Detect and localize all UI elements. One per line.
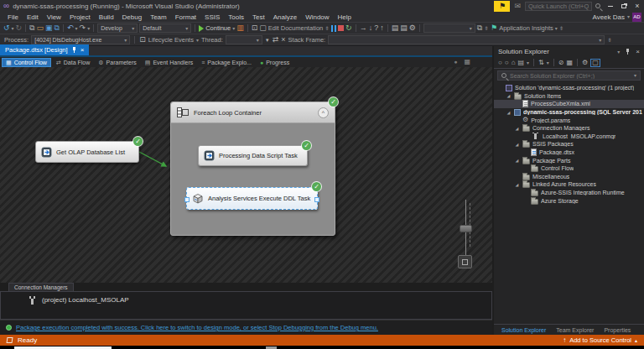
toolbar-overflow-icon-4[interactable] [607,37,612,43]
lifecycle-events-chevron-down-icon[interactable]: ▾ [196,38,199,43]
panel-tab-properties[interactable]: Properties [600,327,635,333]
output-window-icon[interactable] [400,24,408,32]
tree-item-localhost-msolap-conmgr[interactable]: Localhost_MSOLAP.conmgr [494,133,644,141]
design-tab-parameters[interactable]: ⚙Parameters [95,58,139,67]
show-all-files-icon[interactable] [558,60,564,66]
tree-item-control-flow[interactable]: Control Flow [494,164,644,173]
documentation-edit-icon[interactable] [259,24,267,32]
design-tab-data-flow[interactable]: ⇄Data Flow [53,58,93,67]
tree-item-package-parts[interactable]: ◢Package Parts [494,156,644,164]
back-icon[interactable] [498,60,502,66]
user-avatar[interactable]: AD [632,13,641,22]
expand-arrow-icon[interactable]: ◢ [514,142,520,147]
user-name[interactable]: Aveek Das [592,13,625,21]
design-tab-control-flow[interactable]: ▦Control Flow [2,58,51,67]
add-to-source-control[interactable]: Add to Source Control ▴ [563,336,637,344]
menu-item-tools[interactable]: Tools [224,13,248,22]
menu-item-format[interactable]: Format [171,13,200,22]
tree-item-package-dtsx[interactable]: Package.dtsx [494,148,644,157]
application-insights-icon[interactable] [491,24,497,32]
tree-item-azure-storage[interactable]: Azure Storage [494,196,644,205]
close-tab-icon[interactable]: × [80,46,85,54]
tree-item-solution-items[interactable]: ◢Solution Items [494,92,644,101]
design-tab-package-explo[interactable]: ≡Package Explo... [198,58,255,67]
continue-play-icon[interactable] [199,25,204,32]
restore-button[interactable] [617,2,631,11]
expand-arrow-icon[interactable]: ◢ [506,110,512,115]
menu-item-analyze[interactable]: Analyze [269,13,301,22]
toggle-flagged-threads-icon[interactable] [273,36,279,44]
minimize-button[interactable] [604,2,617,11]
switch-views-icon[interactable] [518,60,525,66]
debug-target-dropdown[interactable]: ▾ [423,23,475,33]
continue-chevron-down-icon[interactable]: ▾ [232,26,235,31]
debug-options-icon[interactable] [409,24,416,32]
lifecycle-events-button[interactable]: Lifecycle Events [148,36,194,44]
breakpoints-window-icon[interactable] [392,24,399,32]
menu-item-view[interactable]: View [43,13,65,22]
design-tab-event-handlers[interactable]: ▤Event Handlers [142,58,196,67]
taskbar-window-preview[interactable] [14,346,112,349]
window-layout-icon[interactable] [477,24,482,32]
zoom-options-icon[interactable] [454,59,457,65]
tree-item-processcubexmla-xml[interactable]: ProcessCubeXmla.xml [494,100,644,108]
navigate-forward-icon[interactable] [16,24,23,32]
menu-item-ssis[interactable]: SSIS [200,13,224,22]
unflag-threads-icon[interactable] [281,36,285,44]
feedback-icon[interactable] [514,3,521,10]
connection-manager-item[interactable]: (project) Localhost_MSOLAP [42,296,129,304]
search-input[interactable] [510,73,631,79]
tree-item-solution-dynamic-ssas-processing-1-project[interactable]: Solution 'dynamic-ssas-processing' (1 pr… [494,84,644,92]
redo-chevron-down-icon[interactable]: ▾ [87,26,90,31]
tree-item-dynamic-ssas-processing-sql-server-2017[interactable]: ◢dynamic-ssas-processing (SQL Server 201… [494,108,644,117]
expand-arrow-icon[interactable]: ◢ [514,126,520,131]
connection-managers-panel[interactable]: (project) Localhost_MSOLAP [0,291,492,320]
home-icon[interactable] [512,60,516,66]
solution-explorer-search[interactable]: ▾ [497,70,641,81]
menu-item-window[interactable]: Window [301,13,333,22]
stack-frame-dropdown[interactable]: ▾ [328,35,605,44]
panel-options-chevron-down-icon[interactable]: ▾ [617,49,620,55]
toolbar-overflow-icon[interactable] [325,25,330,31]
continue-button[interactable]: Continue [205,24,231,32]
save-icon[interactable] [45,24,53,32]
fit-to-window-button[interactable] [458,255,472,268]
deploy-icon[interactable] [236,24,244,32]
switch-to-design-mode-link[interactable]: Package execution completed with success… [16,324,378,331]
solution-explorer-header[interactable]: Solution Explorer ▾ × [494,46,644,57]
navigate-backward-icon[interactable] [3,24,10,32]
step-into-icon[interactable] [369,24,373,32]
menu-item-project[interactable]: Project [65,13,95,22]
application-insights-button[interactable]: Application Insights [499,24,553,32]
configuration-dropdown[interactable]: Develop▾ [97,23,138,33]
step-over-icon[interactable] [374,24,378,32]
undo-icon[interactable] [67,24,74,32]
task-get-olap-database-list[interactable]: Get OLAP Database List ✓ [35,141,139,163]
close-panel-icon[interactable]: × [636,48,640,55]
tree-item-connection-managers[interactable]: ◢Connection Managers [494,124,644,133]
filter-chevron-icon[interactable]: ▾ [547,60,549,65]
attach-to-process-icon[interactable] [29,24,34,32]
forward-icon[interactable] [505,60,509,66]
panel-tab-team-explorer[interactable]: Team Explorer [552,327,598,333]
panel-tab-solution-explorer[interactable]: Solution Explorer [497,327,550,333]
expand-arrow-icon[interactable]: ◢ [514,158,520,163]
thread-dropdown[interactable]: ▾ [226,35,262,44]
pending-changes-filter-icon[interactable] [538,60,544,66]
step-out-icon[interactable] [380,24,384,32]
edit-documentation-button[interactable]: Edit Documentation [268,24,323,32]
show-next-statement-icon[interactable] [360,24,367,32]
foreach-loop-container-header[interactable]: Foreach Loop Container ^ [171,102,335,123]
control-flow-design-surface[interactable]: Foreach Loop Container ^ ✓ Get OLAP Data… [0,67,492,283]
tree-item-linked-azure-resources[interactable]: ◢Linked Azure Resources [494,180,644,189]
collapse-all-icon[interactable] [567,60,574,66]
stop-debugging-icon[interactable] [338,25,344,31]
document-tab-package-dtsx[interactable]: Package.dtsx [Design] × [0,44,89,55]
expand-arrow-icon[interactable]: ◢ [506,93,512,98]
menu-item-team[interactable]: Team [146,13,171,22]
tree-item-ssis-packages[interactable]: ◢SSIS Packages [494,140,644,148]
navigate-chevron-down-icon[interactable]: ▾ [12,26,14,31]
connection-managers-tab[interactable]: Connection Managers [8,283,74,291]
foreach-loop-container[interactable]: Foreach Loop Container ^ ✓ [170,102,335,236]
canvas-zoom-slider-handle[interactable] [460,225,472,232]
